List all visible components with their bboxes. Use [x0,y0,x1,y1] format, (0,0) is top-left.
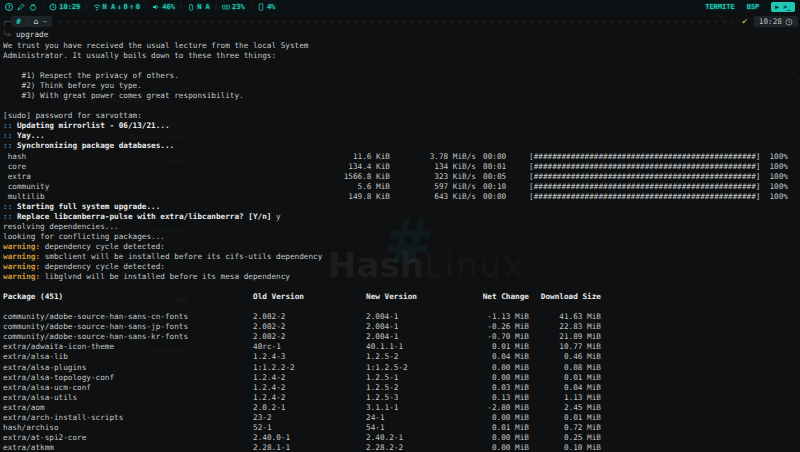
repo-download-speed: 643 KiB/s [390,192,476,202]
download-value: 0 [123,3,127,11]
net-change: -2.80 MiB [463,403,529,413]
repo-progress-percent: 100% [769,172,788,182]
warning-label: warning: [3,262,40,271]
net-change: 0.00 MiB [463,363,529,373]
repo-download-row: multilib149.8 KiB643 KiB/s00:00[########… [3,192,800,202]
net-change: 0.00 MiB [463,373,529,383]
active-workspace-terminal-chip[interactable]: ▶ >_ [771,2,795,12]
new-version: 1:1.2.5-2 [366,363,463,373]
repo-download-row: core134.4 KiB134 KiB/s00:01[############… [3,162,800,172]
volume-module[interactable]: 46% [152,3,175,11]
warning-text: smbclient will be installed before its c… [40,252,322,261]
new-version: 2.40.2-1 [366,433,463,443]
help-module[interactable]: ? [5,3,13,11]
old-version: 2.28.1-1 [253,443,366,452]
download-size: 10.77 MiB [529,342,601,352]
prompt-corner-bottom: ╰> [2,30,11,39]
network-module[interactable]: N A ↓ 0 ↑ 0 [93,3,141,11]
speaker-icon [152,3,160,11]
prompt-time-chip: 10:28 [754,16,798,27]
download-size: 0.46 MiB [529,352,601,362]
current-path: ~ [42,17,47,26]
status-colon-prefix: :: [3,212,17,221]
column-header: Net Change [463,292,529,302]
separator: | [179,3,183,11]
keyboard-icon [222,3,230,11]
download-size: 1.13 MiB [529,393,601,403]
download-arrow-icon: ↓ [117,3,121,11]
battery-module[interactable]: N A [187,3,210,11]
phone-icon [257,3,265,11]
repo-download-size: 5.6 MiB [328,182,390,192]
polybar: ? | 10:29 | [0,0,800,14]
old-version: 2.40.0-1 [253,433,366,443]
package-row: community/adobe-source-han-sans-jp-fonts… [3,322,800,332]
warning-text: dependency cycle detected: [40,242,165,251]
typed-command[interactable]: upgrade [16,30,48,39]
prompt-dotted-filler [60,21,733,23]
polybar-right-modules: TERMITE BSP ▶ >_ [705,2,795,12]
separator: | [41,3,45,11]
warning-line: warning: dependency cycle detected: [3,242,800,252]
replace-question: :: Replace libcanberra-pulse with extra/… [3,212,800,222]
polybar-left-modules: ? | 10:29 | [5,3,275,11]
package-row: extra/aom2.0.2-13.1.1-1-2.80 MiB2.45 MiB [3,403,800,413]
separator: | [214,3,218,11]
net-change: 0.04 MiB [463,352,529,362]
battery-value: N A [197,3,210,11]
lecture-line: #2) Think before you type. [3,81,800,91]
warning-line: warning: smbclient will be installed bef… [3,252,800,262]
net-change: 0.13 MiB [463,393,529,403]
package-row: extra/alsa-topology-conf1.2.4-21.2.5-10.… [3,373,800,383]
prompt-context-chip: # | ⌂ ~ [11,16,52,27]
lecture-text: #2) Think before you type. [3,81,142,90]
warning-line: warning: libglvnd will be installed befo… [3,272,800,282]
old-version: 1.2.4-2 [253,383,366,393]
status-colon-prefix: :: [3,141,17,150]
repo-download-row: community5.6 MiB597 KiB/s00:10[#########… [3,182,800,192]
repo-download-row: hash11.6 KiB3.78 MiB/s00:00[############… [3,152,800,162]
net-change: 0.01 MiB [463,423,529,433]
sudo-line: [sudo] password for sarvottam: [3,111,800,121]
launcher-module[interactable] [17,3,25,11]
status-colon-prefix: :: [3,131,17,140]
repo-download-time: 00:00 [476,152,529,162]
package-name: extra/alsa-plugins [3,363,253,373]
package-row: extra/alsa-ucm-conf1.2.4-21.2.5-20.03 Mi… [3,383,800,393]
old-version: 2.002-2 [253,322,366,332]
phone-battery-module[interactable]: 4% [257,3,275,11]
repo-name: extra [3,172,328,182]
new-version: 3.1.1-1 [366,403,463,413]
repo-download-speed: 323 KiB/s [390,172,476,182]
lecture-text: #3) With great power comes great respons… [3,91,244,100]
download-size: 0.10 MiB [529,443,601,452]
layout-indicator[interactable]: BSP [747,3,760,11]
warning-line: warning: dependency cycle detected: [3,262,800,272]
keyboard-brightness-module[interactable]: 23% [222,3,245,11]
old-version: 52-1 [253,423,366,433]
clock-module[interactable]: 10:29 [49,3,80,11]
lecture-text: We trust you have received the usual lec… [3,41,308,50]
repo-download-time: 00:05 [476,172,529,182]
status-text: Starting full system upgrade... [17,202,160,211]
pomodoro-module[interactable] [29,3,37,11]
column-header: Old Version [253,292,366,302]
desktop: # HashLinux KEYS TO REMEMBER Terminal Ap… [0,0,800,452]
repo-progress-bar: [#######################################… [529,162,760,172]
package-name: extra/alsa-topology-conf [3,373,253,383]
new-version: 1.2.5-1 [366,373,463,383]
package-row: extra/atkmm2.28.1-12.28.2-20.00 MiB0.10 … [3,443,800,452]
status-colon-prefix: :: [3,121,17,130]
status-text: Updating mirrorlist - 06/13/21... [17,121,170,130]
conflicts-text: looking for conflicting packages... [3,232,165,241]
package-row: community/adobe-source-han-sans-cn-fonts… [3,312,800,322]
old-version: 1.2.4-2 [253,373,366,383]
upload-value: 0 [136,3,140,11]
download-size: 21.89 MiB [529,332,601,342]
package-name: community/adobe-source-han-sans-cn-fonts [3,312,253,322]
repo-download-time: 00:10 [476,182,529,192]
package-name: extra/alsa-lib [3,352,253,362]
separator: | [84,3,88,11]
lecture-line: #1) Respect the privacy of others. [3,71,800,81]
old-version: 2.002-2 [253,312,366,322]
